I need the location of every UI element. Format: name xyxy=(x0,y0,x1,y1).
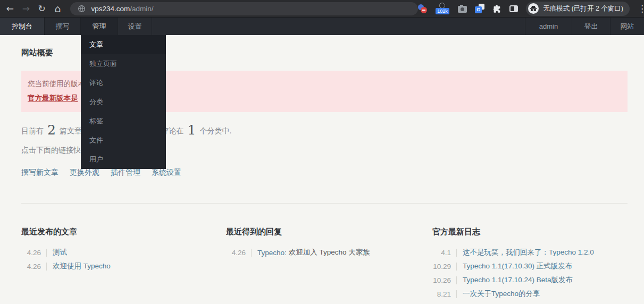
news-link[interactable]: Typecho 1.1(17.10.24) Beta版发布 xyxy=(457,275,573,285)
screenshot-extension-icon[interactable] xyxy=(458,6,467,13)
list-item: 10.26 Typecho 1.1(17.10.24) Beta版发布 xyxy=(432,273,628,287)
news-link[interactable]: 这不是玩笑，我们回来了：Typecho 1.2.0 xyxy=(457,248,594,257)
extensions-puzzle-icon[interactable] xyxy=(492,4,501,13)
menu-item-posts[interactable]: 文章 xyxy=(81,35,166,54)
recent-replies-heading: 最近得到的回复 xyxy=(226,227,432,237)
menu-item-categories[interactable]: 分类 xyxy=(81,92,166,112)
manage-dropdown-menu: 文章 独立页面 评论 分类 标签 文件 用户 xyxy=(81,35,166,169)
category-count: 1 xyxy=(188,122,196,138)
adblock-extension-icon[interactable] xyxy=(418,4,427,13)
post-link[interactable]: 欢迎使用 Typecho xyxy=(47,261,111,271)
list-item: 4.26 测试 xyxy=(21,246,226,259)
list-item: 8.21 一次关于Typecho的分享 xyxy=(432,287,628,301)
item-date: 4.26 xyxy=(21,263,47,271)
back-icon[interactable]: ← xyxy=(4,0,16,17)
incognito-badge: 无痕模式 (已打开 2 个窗口) xyxy=(526,2,630,16)
tab-settings[interactable]: 设置 xyxy=(118,18,152,35)
list-item: 10.29 Typecho 1.1(17.10.30) 正式版发布 xyxy=(432,259,628,273)
news-link[interactable]: Typecho 1.1(17.10.30) 正式版发布 xyxy=(457,261,572,271)
browser-menu-icon[interactable]: ⋮ xyxy=(638,3,643,14)
logout-link[interactable]: 登出 xyxy=(572,18,610,35)
browser-extensions-area: 102k G 无痕模式 (已打开 2 个窗口) ⋮ xyxy=(418,2,644,16)
official-news-heading: 官方最新日志 xyxy=(432,227,628,237)
navbar-spacer xyxy=(152,18,525,35)
item-date: 4.26 xyxy=(21,249,47,257)
quick-link-change-theme[interactable]: 更换外观 xyxy=(70,168,99,178)
incognito-spy-icon xyxy=(528,3,539,14)
home-icon[interactable]: ⌂ xyxy=(52,0,64,17)
list-item: 4.1 这不是玩笑，我们回来了：Typecho 1.2.0 xyxy=(432,246,628,259)
tab-manage[interactable]: 管理 xyxy=(81,18,118,35)
extension-badge: 102k xyxy=(436,8,449,14)
dashboard-columns: 最近发布的文章 4.26 测试 4.26 欢迎使用 Typecho 最近得到的回… xyxy=(21,227,628,301)
counter-extension-icon[interactable]: 102k xyxy=(435,3,450,14)
latest-version-link[interactable]: 官方最新版本是 xyxy=(28,94,78,103)
menu-item-users[interactable]: 用户 xyxy=(81,150,166,169)
reload-icon[interactable]: ↻ xyxy=(36,0,48,17)
official-news-column: 官方最新日志 4.1 这不是玩笑，我们回来了：Typecho 1.2.0 10.… xyxy=(432,227,628,301)
list-item: 4.26 Typecho: 欢迎加入 Typecho 大家族 xyxy=(226,246,432,259)
section-divider xyxy=(21,203,628,204)
browser-toolbar: ← → ↻ ⌂ vps234.com/admin/ 102k G 无痕模式 (已… xyxy=(0,0,644,18)
comment-author-link[interactable]: Typecho: xyxy=(252,249,287,257)
quick-links: 撰写新文章 更换外观 插件管理 系统设置 xyxy=(21,168,628,178)
recent-replies-column: 最近得到的回复 4.26 Typecho: 欢迎加入 Typecho 大家族 xyxy=(226,227,432,301)
item-date: 10.26 xyxy=(432,276,457,284)
menu-item-comments[interactable]: 评论 xyxy=(81,73,166,92)
url-host: vps234.com xyxy=(91,5,130,13)
quick-link-settings[interactable]: 系统设置 xyxy=(152,168,181,178)
view-site-link[interactable]: 网站 xyxy=(610,18,644,35)
sidebar-toggle-icon[interactable] xyxy=(509,5,518,12)
news-link[interactable]: 一次关于Typecho的分享 xyxy=(457,289,540,299)
address-bar[interactable]: vps234.com/admin/ xyxy=(70,2,418,15)
forward-icon: → xyxy=(20,0,32,17)
translate-extension-icon[interactable]: G xyxy=(475,4,484,13)
quick-link-new-post[interactable]: 撰写新文章 xyxy=(21,168,58,178)
item-date: 4.1 xyxy=(432,249,457,257)
user-menu-admin[interactable]: admin xyxy=(525,18,572,35)
admin-navbar: 控制台 撰写 管理 设置 admin 登出 网站 xyxy=(0,18,644,35)
incognito-label: 无痕模式 (已打开 2 个窗口) xyxy=(543,4,623,13)
menu-item-files[interactable]: 文件 xyxy=(81,131,166,150)
menu-item-tags[interactable]: 标签 xyxy=(81,112,166,131)
item-date: 10.29 xyxy=(432,263,457,271)
post-count: 2 xyxy=(47,122,56,138)
tab-write[interactable]: 撰写 xyxy=(45,18,81,35)
recent-posts-heading: 最近发布的文章 xyxy=(21,227,226,237)
comment-excerpt: 欢迎加入 Typecho 大家族 xyxy=(287,248,370,257)
globe-icon xyxy=(78,5,86,13)
menu-item-pages[interactable]: 独立页面 xyxy=(81,54,166,73)
item-date: 8.21 xyxy=(432,290,457,298)
post-link[interactable]: 测试 xyxy=(47,248,67,257)
tab-console[interactable]: 控制台 xyxy=(0,18,45,35)
item-date: 4.26 xyxy=(226,249,252,257)
quick-link-plugins[interactable]: 插件管理 xyxy=(111,168,140,178)
list-item: 4.26 欢迎使用 Typecho xyxy=(21,259,226,273)
recent-posts-column: 最近发布的文章 4.26 测试 4.26 欢迎使用 Typecho xyxy=(21,227,226,301)
url-path: /admin/ xyxy=(130,5,153,13)
